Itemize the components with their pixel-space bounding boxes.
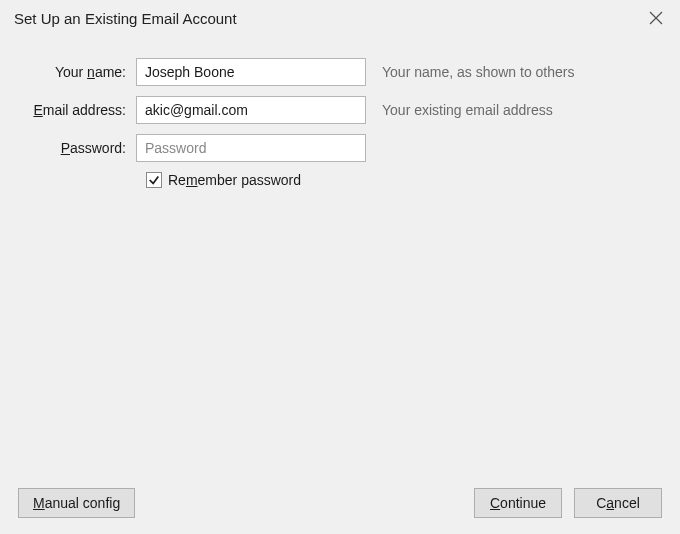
password-row: Password:: [18, 134, 662, 162]
email-label: Email address:: [18, 102, 136, 118]
cancel-accel: a: [606, 495, 614, 511]
email-input[interactable]: [136, 96, 366, 124]
remember-checkbox[interactable]: [146, 172, 162, 188]
remember-row: Remember password: [146, 172, 662, 188]
name-hint: Your name, as shown to others: [382, 64, 575, 80]
close-icon: [649, 11, 663, 25]
remember-label-accel: m: [186, 172, 198, 188]
continue-accel: C: [490, 495, 500, 511]
name-label: Your name:: [18, 64, 136, 80]
manual-config-button[interactable]: Manual config: [18, 488, 135, 518]
cancel-text: ncel: [614, 495, 640, 511]
name-label-pre: Your: [55, 64, 87, 80]
manual-accel: M: [33, 495, 45, 511]
name-row: Your name: Your name, as shown to others: [18, 58, 662, 86]
email-label-post: mail address:: [43, 102, 126, 118]
manual-text: anual config: [45, 495, 121, 511]
remember-label-pre: Re: [168, 172, 186, 188]
email-row: Email address: Your existing email addre…: [18, 96, 662, 124]
cancel-button[interactable]: Cancel: [574, 488, 662, 518]
titlebar: Set Up an Existing Email Account: [0, 0, 680, 38]
button-bar: Manual config Continue Cancel: [0, 488, 680, 518]
name-label-post: ame:: [95, 64, 126, 80]
continue-text: ontinue: [500, 495, 546, 511]
email-label-accel: E: [33, 102, 42, 118]
password-input[interactable]: [136, 134, 366, 162]
password-label: Password:: [18, 140, 136, 156]
name-label-accel: n: [87, 64, 95, 80]
remember-label[interactable]: Remember password: [168, 172, 301, 188]
check-icon: [148, 174, 160, 186]
button-bar-left: Manual config: [18, 488, 135, 518]
password-label-accel: P: [61, 140, 70, 156]
password-label-post: assword:: [70, 140, 126, 156]
button-bar-right: Continue Cancel: [474, 488, 662, 518]
name-input[interactable]: [136, 58, 366, 86]
form-area: Your name: Your name, as shown to others…: [0, 38, 680, 188]
dialog-title: Set Up an Existing Email Account: [14, 10, 237, 27]
close-button[interactable]: [646, 8, 666, 28]
remember-label-post: ember password: [198, 172, 302, 188]
cancel-pre: C: [596, 495, 606, 511]
email-hint: Your existing email address: [382, 102, 553, 118]
continue-button[interactable]: Continue: [474, 488, 562, 518]
